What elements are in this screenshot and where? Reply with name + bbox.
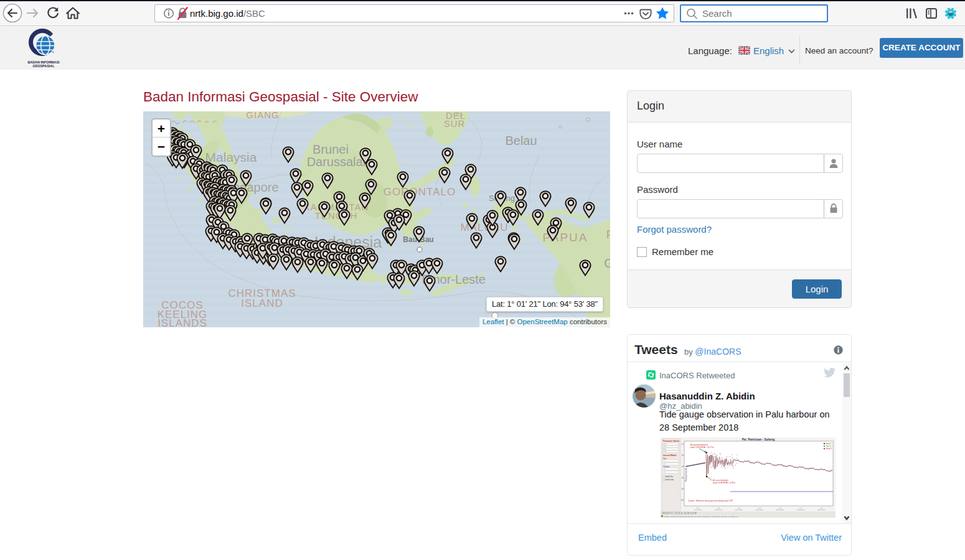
svg-text:Detail trend: Detail trend — [666, 478, 674, 481]
svg-text:Signal 2: Signal 2 — [826, 445, 832, 447]
svg-text:102: 102 — [681, 499, 684, 502]
svg-text:ISLAND: ISLAND — [241, 297, 283, 309]
svg-text:BADAN INFORMASI: BADAN INFORMASI — [27, 60, 60, 64]
svg-text:Dari: Dari — [663, 457, 667, 460]
svg-text:Grafik filter: Grafik filter — [666, 475, 674, 478]
svg-text:GEOSPASIAL: GEOSPASIAL — [33, 64, 55, 68]
svg-text:G: G — [604, 256, 610, 270]
svg-text:Brunei: Brunei — [313, 142, 349, 156]
svg-text:Pel. Pantoloan - Sulteng: Pel. Pantoloan - Sulteng — [742, 438, 775, 441]
svg-text:28/09/2018: 28/09/2018 — [776, 509, 784, 511]
svg-text:Interval Waktu: Interval Waktu — [663, 454, 677, 457]
svg-text:28/09/2018: 28/09/2018 — [715, 509, 723, 511]
svg-text:Belau: Belau — [505, 134, 537, 147]
svg-text:Sampai: Sampai — [663, 465, 670, 468]
svg-text:28/09/2018 9:51 7:09 281.4: 28/09/2018 9:51 7:09 281.48° 2014:08 10:… — [662, 512, 697, 515]
svg-text:28/09/2018: 28/09/2018 — [756, 509, 764, 511]
svg-text:SUR: SUR — [444, 118, 466, 129]
svg-text:28/09/2018: 28/09/2018 — [817, 509, 826, 511]
svg-text:Malaysia: Malaysia — [205, 150, 257, 164]
svg-text:28/09/2018: 28/09/2018 — [797, 509, 805, 511]
svg-text:28/09/2018: 28/09/2018 — [735, 509, 743, 511]
svg-text:pukul 10:48 WITA + 6.78 m: pukul 10:48 WITA + 6.78 m — [713, 482, 736, 484]
svg-text:Catatan : Referensi tide gauge: Catatan : Referensi tide gauge level den… — [688, 500, 733, 502]
svg-text:pukul 10:30 WITA + 10.72 m: pukul 10:30 WITA + 10.72 m — [690, 446, 714, 449]
svg-text:Parameter Harian: Parameter Harian — [663, 440, 679, 442]
svg-text:Signal 3: Signal 3 — [826, 447, 832, 450]
svg-text:GORONTALO: GORONTALO — [384, 186, 456, 198]
svg-text:P: P — [606, 228, 610, 241]
svg-text:Pasang-Surut (m): Pasang-Surut (m) — [685, 468, 687, 482]
svg-text:ISLANDS: ISLANDS — [158, 317, 207, 327]
svg-text:GIANG: GIANG — [246, 111, 279, 120]
svg-text:28/09/2018: 28/09/2018 — [694, 509, 702, 511]
svg-text:GPS24 e-Telemet Tide SIMP5: GPS24 e-Telemet Tide SIMP5-02 | 2:51 WS … — [664, 516, 740, 518]
svg-text:Signal 1: Signal 1 — [826, 442, 832, 445]
